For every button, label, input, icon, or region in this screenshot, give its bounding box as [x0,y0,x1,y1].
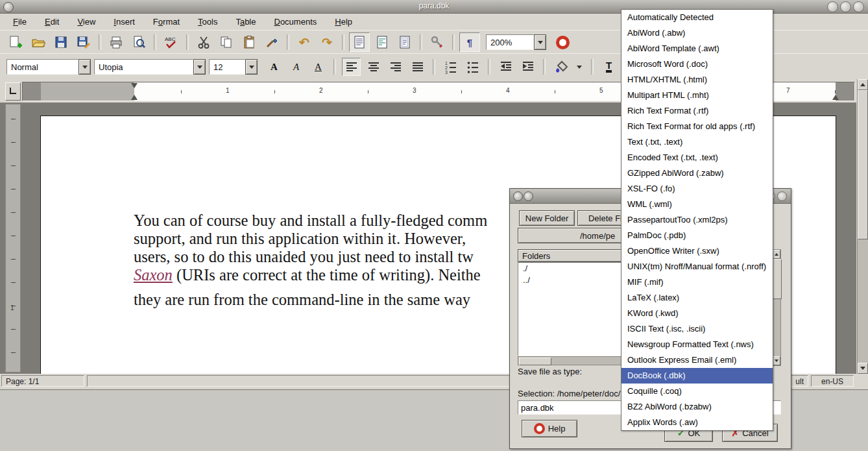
new-folder-button[interactable]: New Folder [519,210,575,226]
format-option[interactable]: XSL-FO (.fo) [621,181,773,197]
tab-selector-button[interactable] [5,82,21,101]
format-option[interactable]: PalmDoc (.pdb) [621,228,773,243]
help-icon[interactable] [556,36,570,49]
format-option[interactable]: Applix Words (.aw) [621,415,773,430]
menu-insert[interactable]: Insert [104,15,144,29]
text-color-button[interactable]: T [599,58,618,76]
format-option[interactable]: UNIX(tm) Nroff/Manual format (.nroff) [621,259,773,274]
align-left-button[interactable] [342,58,361,76]
redo-button[interactable]: ↷ [317,32,337,52]
left-indent-marker[interactable] [131,95,138,100]
spellcheck-button[interactable]: ABC [161,32,182,52]
font-dropdown-arrow[interactable] [193,59,206,75]
format-option[interactable]: DocBook (.dbk) [621,368,773,384]
scroll-up-button[interactable] [858,79,868,90]
font-size-dropdown-arrow[interactable] [245,59,258,75]
format-option[interactable]: Coquille (.coq) [621,384,773,399]
format-option[interactable]: Text (.txt, .text) [621,134,773,150]
new-document-button[interactable] [5,32,26,52]
print-view-button[interactable] [394,32,415,52]
normal-view-button[interactable] [349,32,370,52]
format-option[interactable]: LaTeX (.latex) [621,290,773,306]
format-option[interactable]: KWord (.kwd) [621,306,773,321]
bold-button[interactable]: A [265,58,283,76]
hyperlink-button[interactable] [427,32,448,52]
vertical-scrollbar[interactable] [857,79,868,374]
menu-file[interactable]: File [4,15,36,29]
menu-help[interactable]: Help [326,15,361,29]
bullet-list-button[interactable] [463,58,482,76]
decrease-indent-button[interactable] [496,58,515,76]
scroll-down-button[interactable] [858,363,868,374]
format-option[interactable]: OpenOffice Writer (.sxw) [621,243,773,259]
paste-button[interactable] [239,32,259,52]
print-preview-button[interactable] [128,32,149,52]
format-option[interactable]: ISCII Text (.isc, .iscii) [621,321,773,337]
undo-button[interactable]: ↶ [294,32,315,52]
format-option[interactable]: Automatically Detected [621,10,773,25]
format-option[interactable]: WML (.wml) [621,197,773,212]
highlight-color-button[interactable] [551,58,570,76]
menu-table[interactable]: Table [226,15,265,29]
format-option[interactable]: AbiWord (.abw) [621,25,773,41]
menu-documents[interactable]: Documents [265,15,326,29]
highlight-color-dropdown[interactable] [573,58,585,76]
menu-format[interactable]: Format [144,15,189,29]
menu-view[interactable]: View [68,15,104,29]
format-option[interactable]: Multipart HTML (.mht) [621,88,773,103]
format-option[interactable]: BZ2 AbiWord (.bzabw) [621,399,773,415]
save-as-button[interactable] [73,32,94,52]
font-combobox[interactable]: Utopia [94,59,206,75]
toolbar-separator [186,34,189,50]
show-formatting-button[interactable]: ¶ [459,32,480,52]
svg-text:ABC: ABC [165,36,176,42]
close-button[interactable] [853,1,864,12]
zoom-combobox[interactable]: 200% [486,34,546,50]
text-line: users, so to do this unaided you just ne… [134,248,474,266]
file-format-dropdown[interactable]: Automatically DetectedAbiWord (.abw)AbiW… [621,9,773,431]
font-size-combobox[interactable]: 12 [209,59,258,75]
hyperlink-text[interactable]: Saxon [134,266,173,284]
format-option[interactable]: Microsoft Word (.doc) [621,56,773,72]
right-indent-marker[interactable] [832,95,839,100]
files-scroll-thumb[interactable] [772,259,782,299]
minimize-button[interactable] [827,1,838,12]
copy-button[interactable] [216,32,237,52]
format-option[interactable]: PassepartoutToo (.xml2ps) [621,212,773,228]
dialog-close-button[interactable] [777,191,787,201]
style-dropdown-arrow[interactable] [78,59,91,75]
format-painter-button[interactable] [261,32,282,52]
scrollbar-thumb[interactable] [858,90,868,239]
format-option[interactable]: Encoded Text (.txt, .text) [621,150,773,165]
zoom-dropdown-arrow[interactable] [534,34,546,50]
print-button[interactable] [106,32,127,52]
format-option[interactable]: MIF (.mif) [621,274,773,290]
style-combobox[interactable]: Normal [6,59,91,75]
format-option[interactable]: Rich Text Format (.rtf) [621,103,773,119]
increase-indent-button[interactable] [518,58,537,76]
maximize-button[interactable] [840,1,851,12]
format-option[interactable]: HTML/XHTML (.html) [621,72,773,88]
numbered-list-button[interactable]: 123 [441,58,460,76]
italic-button[interactable]: A [287,58,306,76]
format-option[interactable]: Outlook Express Email (.eml) [621,352,773,368]
align-justify-button[interactable] [408,58,427,76]
align-center-button[interactable] [364,58,383,76]
align-right-button[interactable] [386,58,405,76]
help-button[interactable]: Help [522,420,577,437]
format-option[interactable]: GZipped AbiWord (.zabw) [621,165,773,181]
menu-edit[interactable]: Edit [36,15,68,29]
web-view-button[interactable] [372,32,392,52]
spellcheck-icon: ABC [164,35,178,49]
format-option[interactable]: AbiWord Template (.awt) [621,41,773,56]
save-button[interactable] [51,32,71,52]
menu-tools[interactable]: Tools [189,15,226,29]
cut-button[interactable] [193,32,214,52]
format-option[interactable]: Newsgroup Formatted Text (.nws) [621,337,773,352]
folders-hscroll-thumb[interactable] [519,358,551,365]
open-button[interactable] [28,32,49,52]
svg-text:2: 2 [445,66,448,70]
first-line-indent-marker[interactable] [131,83,138,88]
format-option[interactable]: Rich Text Format for old apps (.rtf) [621,119,773,134]
underline-button[interactable]: A [309,58,328,76]
